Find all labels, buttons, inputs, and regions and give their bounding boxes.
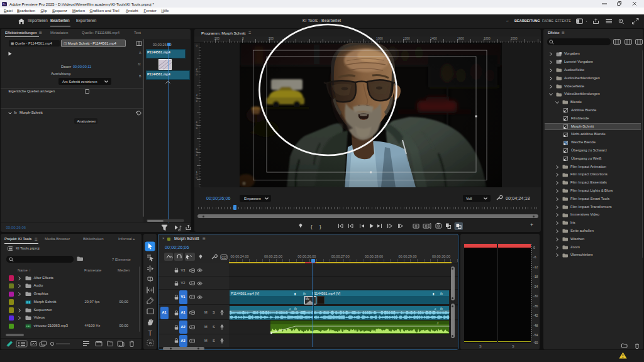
svg-text:{: { [311,223,313,229]
svg-text:Mo: Mo [306,297,310,300]
svg-text:T: T [148,329,153,337]
svg-text:}: } [319,223,321,229]
svg-text:CC: CC [221,256,226,260]
